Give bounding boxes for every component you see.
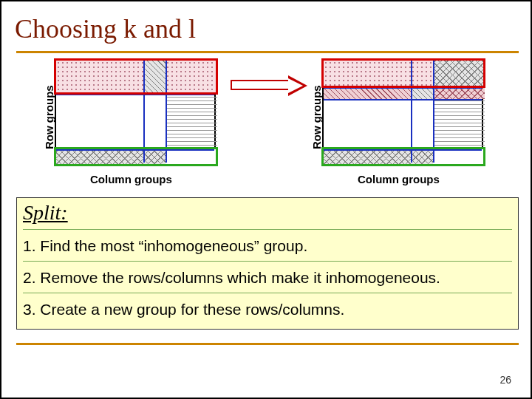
highlight-green	[321, 147, 485, 166]
bottom-rule	[16, 343, 519, 345]
row-divider	[324, 99, 482, 100]
left-matrix	[55, 59, 216, 164]
cell	[166, 94, 217, 149]
highlight-red	[54, 58, 218, 95]
cell	[324, 99, 411, 149]
slide: Choosing k and l	[0, 0, 532, 399]
cell	[143, 94, 166, 149]
title-underline	[16, 51, 519, 53]
column-groups-label-right: Column groups	[358, 173, 440, 185]
cell	[324, 87, 411, 99]
column-groups-label-left: Column groups	[90, 173, 172, 185]
cell	[411, 99, 433, 149]
row-groups-label-left: Row groups	[43, 85, 55, 149]
slide-title: Choosing k and l	[15, 13, 196, 44]
split-textbox: Split: 1. Find the most “inhomogeneous” …	[16, 197, 519, 330]
cell	[433, 99, 485, 149]
cell	[411, 87, 433, 99]
highlight-green	[54, 147, 218, 166]
row-groups-label-right: Row groups	[310, 85, 323, 149]
split-step: 3. Create a new group for these rows/col…	[23, 293, 512, 324]
split-heading: Split:	[23, 201, 512, 225]
page-number: 26	[499, 374, 511, 386]
split-step: 2. Remove the rows/columns which make it…	[23, 261, 512, 293]
cell	[56, 94, 143, 149]
arrow-icon	[231, 77, 307, 93]
highlight-red	[321, 58, 485, 88]
split-step: 1. Find the most “inhomogeneous” group.	[23, 229, 512, 261]
cell	[433, 87, 485, 99]
right-matrix	[322, 59, 483, 164]
